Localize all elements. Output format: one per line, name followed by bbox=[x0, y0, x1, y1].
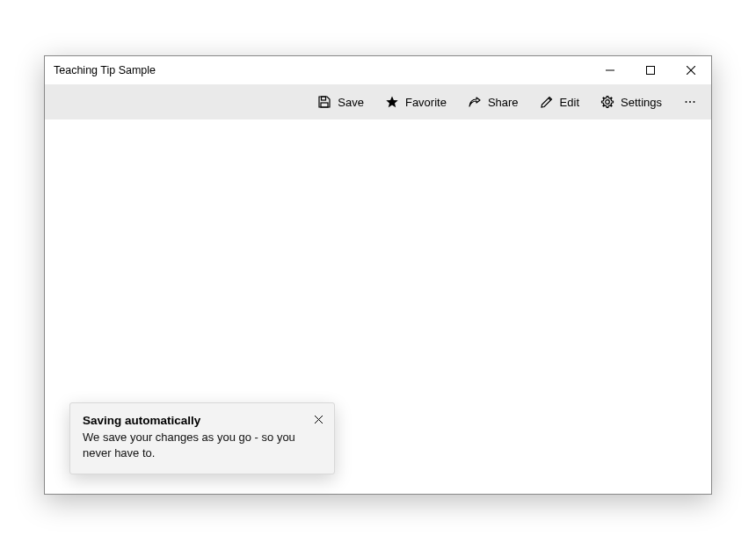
more-icon bbox=[683, 95, 697, 109]
edit-label: Edit bbox=[560, 96, 579, 109]
teaching-tip: Saving automatically We save your change… bbox=[69, 402, 335, 474]
save-button[interactable]: Save bbox=[307, 84, 374, 119]
svg-rect-5 bbox=[321, 103, 328, 107]
save-icon bbox=[317, 95, 331, 109]
svg-point-7 bbox=[606, 100, 610, 105]
star-icon bbox=[385, 95, 399, 109]
command-bar: Save Favorite Share Edit bbox=[45, 84, 711, 119]
maximize-icon bbox=[646, 66, 655, 75]
tip-title: Saving automatically bbox=[83, 414, 322, 427]
window-title: Teaching Tip Sample bbox=[54, 64, 590, 76]
close-icon bbox=[687, 66, 695, 75]
edit-icon bbox=[540, 95, 554, 109]
share-button[interactable]: Share bbox=[457, 84, 529, 119]
favorite-label: Favorite bbox=[405, 96, 447, 109]
titlebar: Teaching Tip Sample bbox=[45, 56, 711, 84]
caption-buttons bbox=[590, 56, 711, 84]
favorite-button[interactable]: Favorite bbox=[374, 84, 457, 119]
svg-rect-4 bbox=[322, 97, 326, 100]
gear-icon bbox=[600, 95, 614, 109]
share-icon bbox=[468, 95, 482, 109]
maximize-button[interactable] bbox=[630, 56, 671, 84]
settings-label: Settings bbox=[621, 96, 662, 109]
minimize-button[interactable] bbox=[590, 56, 630, 84]
svg-point-10 bbox=[694, 101, 695, 103]
save-label: Save bbox=[338, 96, 364, 109]
close-icon bbox=[315, 411, 323, 427]
tip-subtitle: We save your changes as you go - so you … bbox=[83, 430, 322, 461]
content-area: Saving automatically We save your change… bbox=[45, 119, 711, 494]
app-window: Teaching Tip Sample bbox=[44, 55, 712, 495]
svg-point-8 bbox=[686, 101, 687, 103]
svg-rect-1 bbox=[647, 67, 655, 75]
share-label: Share bbox=[488, 96, 519, 109]
svg-point-9 bbox=[689, 101, 691, 103]
more-button[interactable] bbox=[672, 84, 708, 119]
settings-button[interactable]: Settings bbox=[590, 84, 672, 119]
close-button[interactable] bbox=[671, 56, 711, 84]
minimize-icon bbox=[606, 66, 614, 75]
edit-button[interactable]: Edit bbox=[529, 84, 590, 119]
tip-close-button[interactable] bbox=[310, 411, 326, 427]
